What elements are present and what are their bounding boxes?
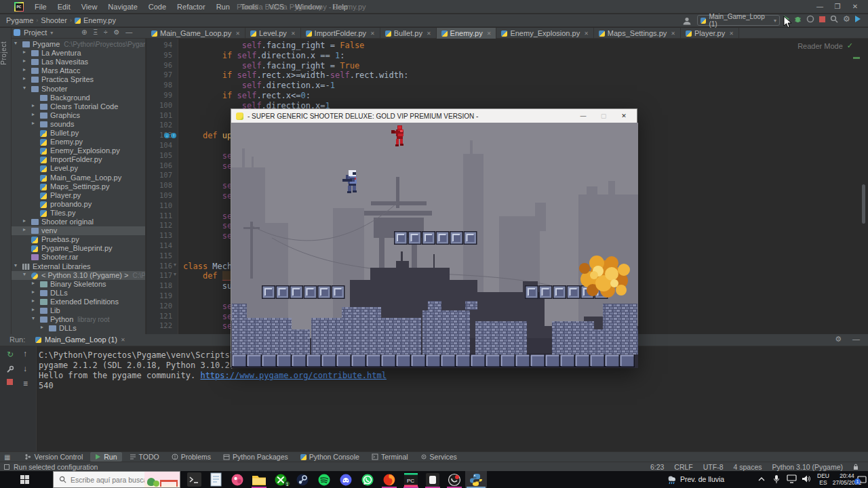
menu-edit[interactable]: Edit bbox=[53, 1, 75, 12]
collapse-icon[interactable]: Ξ bbox=[93, 28, 98, 36]
toolbar-todo[interactable]: TODO bbox=[125, 452, 164, 462]
tab-enemy-py[interactable]: Enemy.py✕ bbox=[437, 28, 497, 39]
chevron-right-icon[interactable]: ▸ bbox=[32, 298, 35, 304]
chevron-right-icon[interactable]: ▸ bbox=[32, 289, 35, 295]
tree-item-dlls[interactable]: ▸DLLs bbox=[12, 324, 146, 333]
tree-item-clears-tutorial-code[interactable]: ▸Clears Tutorial Code bbox=[12, 102, 146, 111]
rerun-icon[interactable]: ↻ bbox=[7, 350, 14, 359]
fold-icon[interactable]: ▾ bbox=[174, 262, 176, 268]
breadcrumb-item[interactable]: Enemy.py bbox=[83, 16, 116, 24]
close-button[interactable]: ✕ bbox=[614, 113, 634, 119]
tab-close-icon[interactable]: ✕ bbox=[235, 30, 240, 37]
notepad-app[interactable] bbox=[205, 471, 226, 488]
gear-icon[interactable]: ⚙ bbox=[113, 28, 119, 36]
toolbar-terminal[interactable]: Terminal bbox=[367, 452, 413, 462]
hide-panel-icon[interactable]: — bbox=[852, 335, 860, 344]
tab-main-game-loop-py[interactable]: Main_Game_Loop.py✕ bbox=[146, 28, 245, 39]
close-button[interactable]: ✕ bbox=[846, 0, 864, 13]
debug-icon[interactable] bbox=[794, 16, 802, 23]
chevron-down-icon[interactable]: ▾ bbox=[14, 40, 17, 46]
tree-item-probando-py[interactable]: probando.py bbox=[12, 200, 146, 209]
status-item-3[interactable]: 4 spaces bbox=[733, 463, 762, 471]
tree-item-las-navesitas[interactable]: ▸Las Navesitas bbox=[12, 58, 146, 66]
breadcrumb-item[interactable]: Shooter bbox=[41, 16, 67, 24]
weather-icon[interactable] bbox=[667, 474, 677, 485]
fold-icon[interactable]: ▾ bbox=[174, 271, 176, 277]
chevron-right-icon[interactable]: ▸ bbox=[32, 280, 35, 286]
python-app[interactable] bbox=[465, 471, 487, 488]
tree-item-sounds[interactable]: ▸sounds bbox=[12, 120, 146, 129]
obs-app[interactable] bbox=[443, 471, 465, 488]
tree-item-graphics[interactable]: ▸Graphics bbox=[12, 111, 146, 120]
run-config-select[interactable]: Main_Game_Loop (1) ▾ bbox=[697, 15, 780, 26]
tree-item-enemy-explosion-py[interactable]: Enemy_Explosion.py bbox=[12, 146, 146, 155]
user-icon[interactable] bbox=[682, 16, 692, 26]
search-input[interactable] bbox=[71, 476, 151, 484]
firefox-app[interactable] bbox=[378, 471, 400, 488]
tree-item-shooter[interactable]: ▾Shooter bbox=[12, 85, 146, 94]
paint-app[interactable] bbox=[226, 471, 248, 488]
tree-item-la-aventura[interactable]: ▸La Aventura bbox=[12, 49, 146, 58]
tree-item-player-py[interactable]: Player.py bbox=[12, 191, 146, 200]
xbox-app[interactable]: 1 bbox=[270, 471, 292, 488]
tree-item-pygame[interactable]: ▾PygameC:\Python\Proyectos\Pygame bbox=[12, 40, 146, 49]
tree-item-pruebas-py[interactable]: Pruebas.py bbox=[12, 235, 146, 244]
locate-icon[interactable]: ⊕ bbox=[81, 28, 87, 36]
wrench-icon[interactable] bbox=[6, 365, 14, 373]
notification-center-icon[interactable]: 1 bbox=[857, 475, 867, 487]
tab-player-py[interactable]: Player.py✕ bbox=[681, 28, 739, 39]
chevron-right-icon[interactable]: ▸ bbox=[32, 102, 35, 108]
game-canvas[interactable] bbox=[231, 123, 638, 368]
tree-item-pygame-blueprint-py[interactable]: Pygame_Blueprint.py bbox=[12, 244, 146, 253]
editor-scrollbar[interactable] bbox=[862, 184, 865, 224]
tab-importfolder-py[interactable]: ImportFolder.py✕ bbox=[301, 28, 380, 39]
tab-close-icon[interactable]: ✕ bbox=[487, 30, 492, 37]
tree-item-tiles-py[interactable]: Tiles.py bbox=[12, 209, 146, 218]
status-item-0[interactable]: 6:23 bbox=[650, 463, 664, 471]
chevron-down-icon[interactable]: ▾ bbox=[23, 85, 26, 91]
toolbar-python-packages[interactable]: Python Packages bbox=[218, 452, 293, 462]
implement-marker-icon[interactable]: ! bbox=[171, 133, 176, 138]
minimize-button[interactable]: — bbox=[573, 113, 593, 119]
status-item-1[interactable]: CRLF bbox=[674, 463, 692, 471]
tree-item-extended-definitions[interactable]: ▸Extended Definitions bbox=[12, 298, 146, 306]
tree-item-main-game-loop-py[interactable]: Main_Game_Loop.py bbox=[12, 174, 146, 182]
weather-label[interactable]: Prev. de lluvia bbox=[680, 475, 724, 483]
microphone-icon[interactable] bbox=[773, 474, 780, 484]
menu-file[interactable]: File bbox=[30, 1, 52, 12]
network-icon[interactable] bbox=[787, 474, 797, 483]
tree-item-external-libraries[interactable]: ▾External Libraries bbox=[12, 262, 146, 271]
terminal-app[interactable] bbox=[183, 471, 205, 488]
rerun-icon[interactable] bbox=[806, 15, 814, 23]
whatsapp-app[interactable] bbox=[357, 471, 378, 488]
tree-item-maps-settings-py[interactable]: Maps_Settings.py bbox=[12, 182, 146, 191]
run-console-tab[interactable]: Main_Game_Loop (1) ✕ bbox=[31, 335, 130, 344]
spotify-app[interactable] bbox=[313, 471, 335, 488]
project-vertical-tab[interactable]: Project bbox=[0, 41, 12, 65]
tab-close-icon[interactable]: ✕ bbox=[584, 30, 589, 37]
chevron-down-icon[interactable]: ▾ bbox=[14, 262, 17, 268]
tree-item-importfolder-py[interactable]: ImportFolder.py bbox=[12, 155, 146, 164]
tree-item-practica-sprites[interactable]: ▸Practica Sprites bbox=[12, 75, 146, 84]
chevron-down-icon[interactable]: ▾ bbox=[32, 315, 35, 321]
pycharm-app[interactable]: PC bbox=[400, 471, 422, 488]
start-button[interactable] bbox=[20, 475, 29, 484]
console-link[interactable]: https://www.pygame.org/contribute.html bbox=[200, 371, 387, 380]
maximize-button[interactable]: ▢ bbox=[593, 113, 614, 119]
toolbar-version-control[interactable]: Version Control bbox=[20, 452, 87, 462]
chevron-right-icon[interactable]: ▸ bbox=[23, 66, 26, 73]
discord-app[interactable] bbox=[335, 471, 357, 488]
chevron-right-icon[interactable]: ▸ bbox=[23, 49, 26, 55]
language-switcher[interactable]: DEUES bbox=[815, 472, 831, 486]
tree-item-binary-skeletons[interactable]: ▸Binary Skeletons bbox=[12, 280, 146, 289]
stop-button[interactable] bbox=[7, 379, 13, 385]
tree-item-venv[interactable]: ▸venv bbox=[12, 226, 146, 235]
status-item-2[interactable]: UTF-8 bbox=[703, 463, 724, 471]
profiler-icon[interactable] bbox=[855, 16, 861, 22]
stop-button[interactable] bbox=[819, 16, 825, 22]
pygame-window[interactable]: - SUPER GENERIC SHOOTER DELUXE: GOLD VIP… bbox=[231, 108, 637, 367]
tree-item-bullet-py[interactable]: Bullet.py bbox=[12, 129, 146, 138]
tab-bullet-py[interactable]: Bullet.py✕ bbox=[380, 28, 437, 39]
menu-navigate[interactable]: Navigate bbox=[103, 1, 142, 12]
toolbar-problems[interactable]: Problems bbox=[167, 452, 216, 462]
